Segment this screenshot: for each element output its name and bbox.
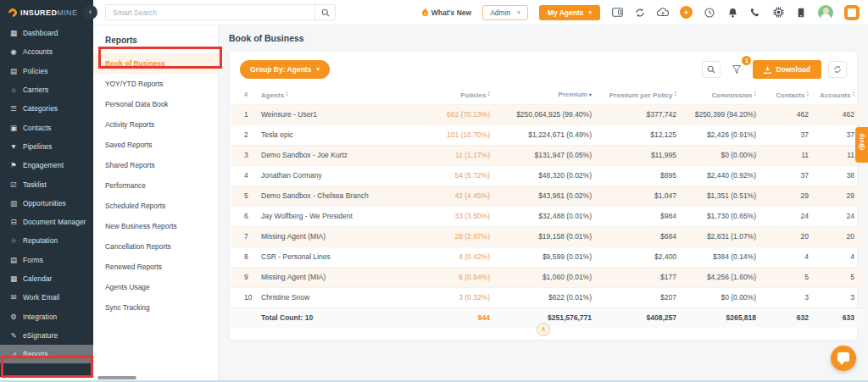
sidebar-item-forms[interactable]: ▤Forms (0, 251, 93, 269)
column-header-commission[interactable]: Commission▴▾ (682, 86, 761, 104)
sidebar-item-esignature[interactable]: ✎eSignature (0, 326, 93, 345)
sidebar-item-pipelines[interactable]: ▼Pipelines (0, 137, 93, 156)
help-tab[interactable]: ⓘ Help (855, 127, 868, 163)
table-cell: 54 (5.72%) (414, 165, 495, 185)
report-item-activity-reports[interactable]: Activity Reports (93, 114, 218, 135)
app-logo-icon[interactable] (844, 5, 860, 20)
cloud-upload-icon[interactable] (657, 7, 669, 19)
contacts-icon: ▣ (9, 124, 18, 132)
table-cell: 28 (2.97%) (414, 226, 495, 246)
table-row[interactable]: 9Missing Agent (MIA)6 (0.64%)$1,060 (0.0… (231, 267, 863, 287)
admin-dropdown[interactable]: Admin ▾ (482, 5, 528, 20)
sidebar-item-integration[interactable]: ⚙Integration (0, 307, 93, 325)
table-row[interactable]: 3Demo Sandbox - Joe Kurtz11 (1.17%)$131,… (231, 145, 863, 165)
report-item-new-business-reports[interactable]: New Business Reports (93, 216, 218, 236)
my-agents-label: My Agents (548, 8, 584, 17)
user-avatar[interactable] (818, 5, 833, 20)
table-row[interactable]: 1Weinsure - User1662 (70.13%)$250,064,92… (231, 104, 863, 125)
column-header-contacts[interactable]: Contacts▴▾ (761, 86, 814, 104)
report-item-personal-data-book[interactable]: Personal Data Book (93, 94, 218, 114)
sidebar-item-accounts[interactable]: ◉Accounts (0, 42, 93, 61)
table-cell: $377,742 (597, 104, 682, 125)
clock-icon[interactable] (704, 7, 715, 19)
sidebar-item-reports[interactable]: ⊿Reports (0, 345, 93, 363)
credits-icon[interactable]: + (680, 6, 693, 19)
table-row[interactable]: 2Tesla epic101 (10.70%)$1,224,671 (0.49%… (231, 125, 863, 145)
total-cell: 633 (814, 307, 863, 328)
report-item-saved-reports[interactable]: Saved Reports (93, 135, 218, 155)
report-item-cancellation-reports[interactable]: Cancellation Reports (93, 236, 218, 257)
report-item-performance[interactable]: Performance (93, 175, 218, 196)
table-search-button[interactable] (702, 61, 721, 78)
refresh-button[interactable] (828, 61, 847, 78)
phone-icon[interactable] (749, 7, 761, 19)
policies-icon: ▤ (9, 67, 18, 75)
table-row[interactable]: 4Jonathan Cormany54 (5.72%)$48,320 (0.02… (231, 165, 863, 185)
sidebar-item-tasklist[interactable]: ☑Tasklist (0, 174, 93, 193)
sort-icon: ▴▾ (806, 91, 809, 97)
column-label: Agents (261, 91, 284, 99)
sidebar-item-label: Document Manager (23, 218, 86, 226)
sidebar-item-categories[interactable]: ☰Categories (0, 99, 93, 118)
table-cell: $12,125 (597, 125, 682, 145)
table-cell: 7 (231, 226, 256, 246)
table-row[interactable]: 8CSR - Personal Lines4 (0.42%)$9,599 (0.… (231, 246, 863, 267)
report-item-shared-reports[interactable]: Shared Reports (93, 155, 218, 175)
search-input[interactable] (106, 5, 314, 19)
table-row[interactable]: 7Missing Agent (MIA)28 (2.97%)$19,158 (0… (231, 226, 863, 246)
table-row[interactable]: 10Christine Snow3 (0.32%)$622 (0.01%)$20… (231, 287, 863, 307)
total-cell (231, 307, 256, 328)
sidebar-collapse-button[interactable]: ‹ (83, 5, 97, 19)
report-item-sync-tracking[interactable]: Sync Tracking (93, 297, 218, 318)
table-cell: 2 (231, 125, 256, 145)
sidebar-item-policies[interactable]: ▤Policies (0, 62, 93, 80)
table-cell: 20 (814, 226, 863, 246)
download-button[interactable]: Download (753, 60, 821, 79)
table-cell: $43,981 (0.02%) (495, 185, 597, 206)
filter-button[interactable]: 1 (727, 61, 746, 78)
smart-search (105, 4, 336, 20)
table-cell: 3 (0.32%) (414, 287, 495, 307)
report-item-agents-usage[interactable]: Agents Usage (93, 277, 218, 297)
my-agents-button[interactable]: My Agents ▾ (539, 5, 600, 20)
chat-button[interactable] (831, 346, 856, 371)
column-header-policies[interactable]: Policies▴▾ (414, 86, 495, 104)
search-icon[interactable] (314, 5, 335, 19)
table-row[interactable]: 6Jay Wolfberg - We President33 (3.50%)$3… (231, 206, 863, 226)
sidebar-item-label: Calendar (23, 274, 52, 283)
column-header-accounts[interactable]: Accounts▴▾ (814, 86, 863, 104)
scroll-up-button[interactable]: ∧ (537, 323, 550, 336)
column-header-premium-per-policy[interactable]: Premium per Policy▴▾ (597, 86, 682, 104)
table-cell: 4 (814, 246, 863, 267)
report-item-yoy-ytd-reports[interactable]: YOY/YTD Reports (93, 74, 218, 94)
group-by-button[interactable]: Group By: Agents ▾ (240, 60, 330, 79)
mobile-icon[interactable] (795, 7, 807, 19)
horizontal-scrollbar-thumb[interactable] (97, 376, 136, 379)
sync-icon[interactable] (634, 7, 646, 19)
sidebar-item-work-email[interactable]: ✉Work Email (0, 288, 93, 307)
sidebar-item-carriers[interactable]: ⌂Carriers (0, 80, 93, 99)
sidebar-item-reputation[interactable]: ☆Reputation (0, 231, 93, 250)
sidebar-item-dashboard[interactable]: ▦Dashboard (0, 24, 93, 42)
sidebar-item-calendar[interactable]: ▦Calendar (0, 269, 93, 288)
chat-bubble-tail (839, 362, 844, 365)
whats-new-link[interactable]: What's New (421, 8, 471, 17)
table-row[interactable]: 5Demo Sandbox - Chelsea Branch42 (4.45%)… (231, 185, 863, 206)
sidebar-item-opportunities[interactable]: ▥Opportunities (0, 194, 93, 213)
bell-icon[interactable] (726, 7, 738, 19)
report-item-book-of-business[interactable]: Book of Business (93, 53, 218, 74)
column-header-agents[interactable]: Agents▴▾ (256, 86, 414, 104)
column-label: Premium per Policy (609, 91, 673, 99)
categories-icon: ☰ (9, 104, 18, 113)
table-cell: Jay Wolfberg - We President (256, 206, 414, 226)
scan-icon[interactable] (611, 7, 623, 19)
sidebar-item-document-manager[interactable]: ⊟Document Manager (0, 213, 93, 231)
chip-icon[interactable] (772, 7, 784, 19)
sidebar-item-label: Contacts (23, 124, 52, 132)
sidebar-item-contacts[interactable]: ▣Contacts (0, 118, 93, 136)
sidebar-item-engagement[interactable]: ⚑Engagement (0, 156, 93, 174)
report-item-renewed-reports[interactable]: Renewed Reports (93, 257, 218, 277)
column-header-premium[interactable]: Premium▾ (495, 86, 597, 104)
report-item-scheduled-reports[interactable]: Scheduled Reports (93, 196, 218, 216)
sidebar-item-label: Opportunities (23, 199, 66, 208)
